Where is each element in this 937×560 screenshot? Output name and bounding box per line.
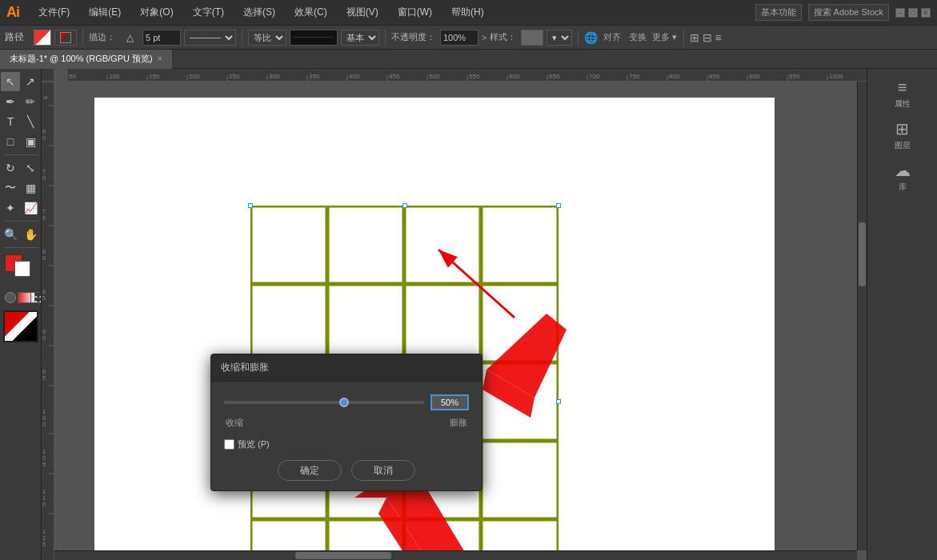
tool-pen[interactable]: ✒	[1, 92, 20, 111]
tool-direct-select[interactable]: ↗	[21, 72, 40, 91]
tool-text[interactable]: T	[1, 112, 20, 131]
canvas-drawing-area[interactable]: 收缩和膨胀 收缩 膨胀	[54, 82, 867, 560]
document-tab[interactable]: 未标题-1* @ 100% (RGB/GPU 预览) ×	[0, 50, 173, 69]
scrollbar-vertical[interactable]	[857, 82, 867, 550]
menu-object[interactable]: 对象(O)	[137, 4, 176, 21]
maximize-button[interactable]: □	[908, 8, 918, 18]
workspace-selector[interactable]: 基本功能	[755, 4, 802, 21]
scrollbar-horizontal[interactable]	[54, 550, 857, 560]
menu-help[interactable]: 帮助(H)	[448, 4, 487, 21]
titlebar-right: 基本功能 搜索 Adobe Stock ─ □ ✕	[755, 4, 931, 21]
handle-mr[interactable]	[556, 399, 561, 404]
dialog-shrink-expand: 收缩和膨胀 收缩 膨胀	[210, 354, 483, 491]
style-swatch[interactable]	[521, 30, 543, 46]
menu-text[interactable]: 文字(T)	[190, 4, 227, 21]
tool-paint[interactable]: ▣	[21, 132, 40, 151]
svg-text:0: 0	[42, 502, 46, 507]
tool-line[interactable]: ╲	[21, 112, 40, 131]
menu-edit[interactable]: 编辑(E)	[86, 4, 124, 21]
globe-icon[interactable]: 🌐	[584, 31, 598, 44]
slider-thumb[interactable]	[339, 398, 349, 407]
tool-row-2: ✒ ✏	[1, 92, 40, 111]
minimize-button[interactable]: ─	[895, 8, 905, 18]
svg-text:900: 900	[749, 73, 760, 80]
library-label: 库	[899, 182, 907, 193]
color-mode-btn[interactable]	[5, 292, 16, 303]
close-button[interactable]: ✕	[921, 8, 931, 18]
ok-button[interactable]: 确定	[278, 460, 342, 481]
svg-text:350: 350	[309, 73, 320, 80]
align2-icon[interactable]: ⊟	[703, 31, 712, 44]
basic-select[interactable]: 基本	[341, 30, 379, 46]
svg-text:5: 5	[42, 215, 46, 221]
background-color[interactable]	[14, 261, 30, 277]
stroke-value[interactable]	[142, 30, 181, 46]
menu-file[interactable]: 文件(F)	[35, 4, 73, 21]
scrollbar-thumb-v[interactable]	[859, 222, 866, 286]
slider-control[interactable]	[224, 401, 424, 404]
panel-layers[interactable]: ⊞ 图层	[891, 116, 914, 154]
color-mode-row	[3, 289, 38, 306]
titlebar-left: Ai 文件(F) 编辑(E) 对象(O) 文字(T) 选择(S) 效果(C) 视…	[6, 4, 487, 21]
svg-text:1: 1	[42, 535, 46, 541]
tool-select[interactable]: ↖	[1, 72, 20, 91]
tool-chart[interactable]: 📈	[21, 198, 40, 218]
scrollbar-thumb-h[interactable]	[295, 552, 391, 559]
slider-track	[224, 401, 424, 404]
stock-search[interactable]: 搜索 Adobe Stock	[808, 4, 889, 21]
tool-rect[interactable]: □	[1, 132, 20, 151]
panel-properties[interactable]: ≡ 属性	[891, 75, 914, 113]
svg-text:0: 0	[42, 415, 46, 421]
none-swatch[interactable]	[30, 292, 42, 303]
menu-select[interactable]: 选择(S)	[240, 4, 278, 21]
transform-label[interactable]: 变换	[629, 31, 647, 43]
handle-tm[interactable]	[402, 203, 407, 208]
style-selector[interactable]: ▾	[547, 30, 572, 46]
more-label[interactable]: 更多 ▾	[652, 31, 677, 43]
opacity-more[interactable]: >	[482, 33, 487, 42]
arrange-icon[interactable]: ⊞	[690, 31, 699, 44]
opacity-label: 不透明度：	[391, 31, 435, 43]
stroke-label: 描边：	[89, 31, 115, 43]
tool-divider-2	[3, 221, 38, 222]
tool-hand[interactable]: ✋	[21, 225, 40, 244]
main-area: ↖ ↗ ✒ ✏ T ╲ □ ▣ ↻ ⤡ 〜 ▦ ✦ 📈 🔍	[0, 69, 937, 560]
tool-rotate[interactable]: ↻	[1, 158, 20, 178]
fill-type-selector[interactable]	[54, 30, 77, 46]
tool-graph[interactable]: ▦	[21, 178, 40, 198]
menu-view[interactable]: 视图(V)	[343, 4, 382, 21]
svg-text:800: 800	[669, 73, 680, 80]
equal-select[interactable]: 等比	[248, 30, 286, 46]
tool-warp[interactable]: 〜	[1, 178, 20, 198]
align-label[interactable]: 对齐	[603, 31, 621, 43]
ruler-h-svg: 50 100 150 200 250 300 350 400 4	[67, 69, 867, 82]
preview-checkbox[interactable]	[224, 439, 234, 450]
svg-text:750: 750	[629, 73, 640, 80]
panel-library[interactable]: ☁ 库	[891, 158, 914, 196]
tool-scale[interactable]: ⤡	[21, 158, 40, 178]
tool-zoom[interactable]: 🔍	[1, 225, 20, 244]
opacity-value[interactable]	[440, 30, 479, 46]
svg-text:1: 1	[42, 529, 46, 534]
svg-text:8: 8	[42, 249, 46, 254]
swap-colors-btn[interactable]	[3, 310, 38, 342]
slider-value-input[interactable]	[430, 394, 469, 410]
fill-swatch[interactable]	[34, 30, 51, 46]
tab-close-btn[interactable]: ×	[158, 54, 162, 63]
svg-text:100: 100	[109, 73, 120, 80]
stroke-type[interactable]: ─────	[184, 30, 236, 46]
tool-add-anchor[interactable]: ✏	[21, 92, 40, 111]
menu-effect[interactable]: 效果(C)	[291, 4, 330, 21]
preview-label[interactable]: 预览 (P)	[238, 438, 270, 450]
canvas-body: 5 6 0 7 0 7 5 8 0 8 5 9	[42, 82, 867, 560]
svg-text:700: 700	[589, 73, 600, 80]
svg-text:0: 0	[42, 455, 46, 461]
cancel-button[interactable]: 取消	[351, 460, 415, 481]
tool-eyedropper[interactable]: ✦	[1, 198, 20, 218]
layers-icon: ⊞	[895, 119, 909, 138]
expand-label: 膨胀	[450, 417, 467, 429]
handle-tl[interactable]	[248, 203, 253, 208]
menu2-icon[interactable]: ≡	[715, 31, 722, 44]
menu-window[interactable]: 窗口(W)	[394, 4, 435, 21]
handle-tr[interactable]	[556, 203, 561, 208]
